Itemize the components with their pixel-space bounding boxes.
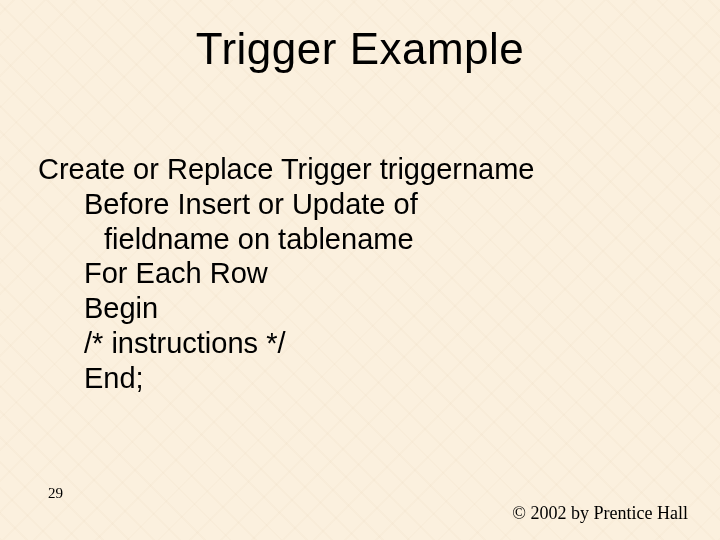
copyright-text: © 2002 by Prentice Hall	[512, 503, 688, 524]
code-line: fieldname on tablename	[38, 222, 680, 257]
code-line: End;	[38, 361, 680, 396]
slide-title: Trigger Example	[0, 0, 720, 74]
code-line: Begin	[38, 291, 680, 326]
code-line: For Each Row	[38, 256, 680, 291]
code-line: Before Insert or Update of	[38, 187, 680, 222]
slide-number: 29	[48, 485, 63, 502]
code-line: Create or Replace Trigger triggername	[38, 152, 680, 187]
code-block: Create or Replace Trigger triggername Be…	[38, 152, 680, 396]
code-line: /* instructions */	[38, 326, 680, 361]
slide: Trigger Example Create or Replace Trigge…	[0, 0, 720, 540]
